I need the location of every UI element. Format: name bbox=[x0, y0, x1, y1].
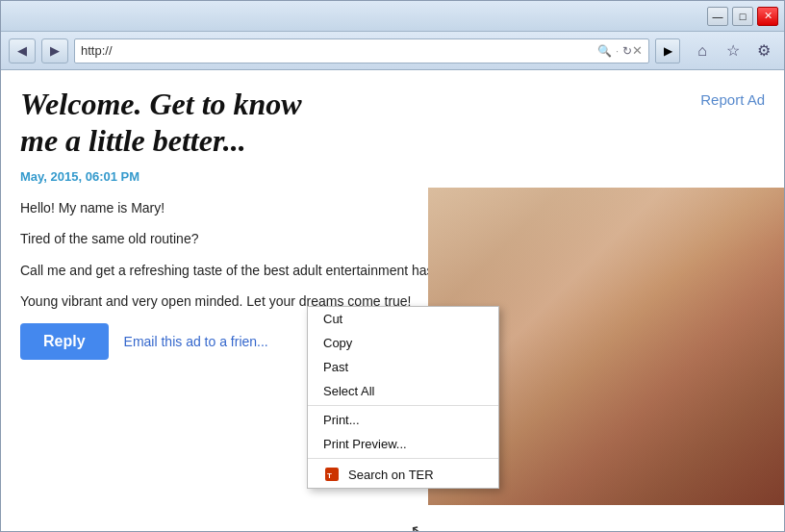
url-separator: · bbox=[616, 45, 619, 57]
url-icons: 🔍 · ↻ bbox=[597, 44, 632, 58]
toolbar-icons: ⌂ ☆ ⚙ bbox=[690, 38, 776, 63]
ctx-copy[interactable]: Copy bbox=[308, 331, 498, 355]
url-text: http:// bbox=[81, 43, 597, 58]
header-row: Welcome. Get to know me a little better.… bbox=[20, 86, 765, 160]
svg-text:T: T bbox=[327, 471, 332, 480]
ctx-separator-2 bbox=[308, 458, 498, 459]
page-title: Welcome. Get to know me a little better.… bbox=[20, 86, 302, 160]
back-button[interactable]: ◀ bbox=[9, 38, 36, 63]
browser-window: — □ ✕ ◀ ▶ http:// 🔍 · ↻ ✕ ▶ ⌂ ☆ ⚙ bbox=[0, 0, 785, 532]
ctx-print[interactable]: Print... bbox=[308, 408, 498, 432]
page-content: Welcome. Get to know me a little better.… bbox=[1, 70, 784, 531]
home-button[interactable]: ⌂ bbox=[690, 38, 715, 63]
forward-button[interactable]: ▶ bbox=[41, 38, 68, 63]
go-icon: ▶ bbox=[664, 44, 672, 58]
title-bar: — □ ✕ bbox=[1, 1, 784, 32]
report-ad-link[interactable]: Report Ad bbox=[700, 91, 765, 108]
forward-icon: ▶ bbox=[50, 43, 60, 58]
ctx-separator-1 bbox=[308, 405, 498, 406]
refresh-icon: ↻ bbox=[622, 44, 632, 58]
post-date: May, 2015, 06:01 PM bbox=[20, 169, 765, 184]
context-menu: Cut Copy Past Select All Print... Print … bbox=[307, 306, 499, 489]
email-link[interactable]: Email this ad to a frien... bbox=[124, 331, 268, 352]
go-button[interactable]: ▶ bbox=[655, 38, 680, 63]
search-icon: 🔍 bbox=[597, 44, 612, 58]
ctx-select-all[interactable]: Select All bbox=[308, 379, 498, 403]
ctx-past[interactable]: Past bbox=[308, 355, 498, 379]
url-close-icon[interactable]: ✕ bbox=[632, 43, 643, 58]
maximize-button[interactable]: □ bbox=[732, 7, 753, 26]
minimize-button[interactable]: — bbox=[707, 7, 728, 26]
ctx-cut[interactable]: Cut bbox=[308, 307, 498, 331]
close-button[interactable]: ✕ bbox=[757, 7, 778, 26]
ctx-print-preview[interactable]: Print Preview... bbox=[308, 432, 498, 456]
back-icon: ◀ bbox=[17, 43, 27, 58]
url-bar[interactable]: http:// 🔍 · ↻ ✕ bbox=[74, 38, 649, 63]
address-bar: ◀ ▶ http:// 🔍 · ↻ ✕ ▶ ⌂ ☆ ⚙ bbox=[1, 32, 784, 70]
favorites-button[interactable]: ☆ bbox=[721, 38, 746, 63]
settings-button[interactable]: ⚙ bbox=[751, 38, 776, 63]
window-controls: — □ ✕ bbox=[707, 7, 778, 26]
ter-icon: T bbox=[323, 466, 341, 483]
ctx-search-ter[interactable]: T Search on TER bbox=[308, 461, 498, 488]
reply-button[interactable]: Reply bbox=[20, 323, 109, 360]
